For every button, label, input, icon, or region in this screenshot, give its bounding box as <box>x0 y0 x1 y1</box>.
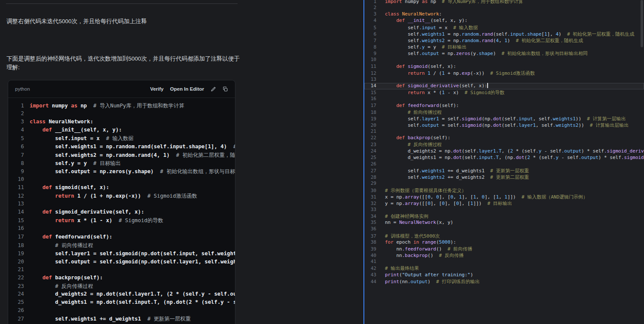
code-line-5[interactable]: 5 self.input = x # 输入数据 <box>364 24 644 31</box>
code-line-21[interactable]: 21 <box>364 128 644 135</box>
code-line-20[interactable]: 20 self.output = self.sigmoid(np.dot(sel… <box>364 122 644 128</box>
code-line-28[interactable]: 28 self.weights2 += d_weights2 # 更新第二层权重 <box>364 174 644 180</box>
code-line-19[interactable]: 19 self.layer1 = self.sigmoid(np.dot(sel… <box>364 116 644 122</box>
code-line-8: 8 self.y = y # 目标输出 <box>12 160 235 168</box>
line-content: # 训练模型，迭代5000次 <box>376 233 440 239</box>
code-line-12[interactable]: 12 return 1 / (1 + np.exp(-x)) # Sigmoid… <box>364 70 644 76</box>
line-number: 27 <box>12 316 24 322</box>
code-line-32[interactable]: 32y = np.array([[0], [0], [0], [1]]) # 目… <box>364 200 644 207</box>
code-line-11[interactable]: 11 def sigmoid(self, x): <box>364 64 644 70</box>
line-number: 5 <box>364 25 376 31</box>
code-line-31[interactable]: 31x = np.array([[0, 0], [0, 1], [1, 0], … <box>364 194 644 200</box>
code-line-26[interactable]: 26 <box>364 161 644 168</box>
code-line-39[interactable]: 39 nn.feedforward() # 前向传播 <box>364 246 644 252</box>
copy-icon[interactable] <box>223 86 228 92</box>
code-line-15[interactable]: 15 return x * (1 - x) # Sigmoid的导数 <box>364 89 644 96</box>
code-line-22[interactable]: 22 def backprop(self): <box>364 135 644 141</box>
line-number: 31 <box>364 194 376 200</box>
code-line-6[interactable]: 6 self.weights1 = np.random.rand(self.in… <box>364 31 644 37</box>
line-number: 11 <box>12 184 24 190</box>
code-line-3[interactable]: 3class NeuralNetwork: <box>364 11 644 18</box>
open-in-editor-button[interactable]: Open In Editor <box>170 86 204 92</box>
line-number: 23 <box>364 142 376 147</box>
code-line-8[interactable]: 8 self.y = y # 目标输出 <box>364 44 644 50</box>
line-number: 19 <box>12 251 24 257</box>
line-number: 4 <box>12 127 24 133</box>
line-content: print(nn.output) # 打印训练后的输出 <box>376 279 479 284</box>
line-content: self.input = x # 输入数据 <box>376 25 478 31</box>
editor-code-lines[interactable]: 1import numpy as np # 导入NumPy库，用于数组和数学计算… <box>364 0 644 285</box>
line-content: def sigmoid_derivative(self, x): <box>24 209 144 215</box>
code-editor[interactable]: 1import numpy as np # 导入NumPy库，用于数组和数学计算… <box>364 0 644 324</box>
line-number: 24 <box>364 148 376 154</box>
code-line-1: 1import numpy as np # 导入NumPy库，用于数组和数学计算 <box>12 102 235 110</box>
line-number: 29 <box>364 180 376 186</box>
line-content: self.layer1 = self.sigmoid(np.dot(self.i… <box>24 251 235 257</box>
verify-button[interactable]: Verify <box>150 86 163 92</box>
line-number: 8 <box>12 160 24 166</box>
code-line-1[interactable]: 1import numpy as np # 导入NumPy库，用于数组和数学计算 <box>364 0 644 5</box>
code-line-35[interactable]: 35nn = NeuralNetwork(x, y) <box>364 220 644 226</box>
code-line-24: 24 d_weights2 = np.dot(self.layer1.T, (2… <box>12 291 235 299</box>
code-line-10[interactable]: 10 <box>364 57 644 63</box>
line-number: 15 <box>364 90 376 95</box>
code-line-43[interactable]: 43print("Output after training:") <box>364 272 644 278</box>
code-line-4: 4 def __init__(self, x, y): <box>12 127 235 135</box>
line-number: 2 <box>12 110 24 116</box>
code-line-37[interactable]: 37# 训练模型，迭代5000次 <box>364 233 644 239</box>
code-line-42[interactable]: 42# 输出最终结果 <box>364 265 644 272</box>
line-content: # 反向传播过程 <box>376 142 442 147</box>
app-root: { "chat": { "user_message": "调整右侧代码未迭代50… <box>0 0 644 324</box>
line-content: self.y = y # 目标输出 <box>376 44 467 50</box>
code-line-21: 21 <box>12 266 235 275</box>
code-line-36[interactable]: 36 <box>364 226 644 232</box>
code-line-17[interactable]: 17 def feedforward(self): <box>364 103 644 109</box>
code-line-38[interactable]: 38for epoch in range(5000): <box>364 239 644 246</box>
line-content: def sigmoid(self, x): <box>24 184 109 190</box>
code-line-18[interactable]: 18 # 前向传播过程 <box>364 109 644 116</box>
code-line-33[interactable]: 33 <box>364 207 644 213</box>
code-line-41[interactable]: 41 <box>364 259 644 265</box>
code-line-16[interactable]: 16 <box>364 96 644 102</box>
code-line-27[interactable]: 27 self.weights1 += d_weights1 # 更新第一层权重 <box>364 168 644 174</box>
line-content <box>376 226 385 232</box>
code-line-17: 17 def feedforward(self): <box>12 234 235 242</box>
code-line-40[interactable]: 40 nn.backprop() # 反向传播 <box>364 252 644 259</box>
line-content: d_weights2 = np.dot(self.layer1.T, (2 * … <box>24 291 235 297</box>
code-line-4[interactable]: 4 def __init__(self, x, y): <box>364 18 644 24</box>
code-line-23[interactable]: 23 # 反向传播过程 <box>364 141 644 148</box>
line-content: def __init__(self, x, y): <box>24 127 122 133</box>
line-number: 13 <box>12 201 24 207</box>
scrollbar-thumb[interactable] <box>641 0 643 47</box>
line-number: 41 <box>364 259 376 264</box>
line-number: 2 <box>364 5 376 10</box>
line-number: 6 <box>364 31 376 37</box>
code-line-29[interactable]: 29 <box>364 180 644 187</box>
code-line-24[interactable]: 24 d_weights2 = np.dot(self.layer1.T, (2… <box>364 148 644 155</box>
code-line-23: 23 # 反向传播过程 <box>12 283 235 291</box>
line-number: 17 <box>364 103 376 108</box>
code-line-7[interactable]: 7 self.weights2 = np.random.rand(4, 1) #… <box>364 37 644 44</box>
code-line-2[interactable]: 2 <box>364 5 644 11</box>
line-content: self.output = self.sigmoid(np.dot(self.l… <box>376 122 629 128</box>
editor-scrollbar[interactable] <box>640 0 644 324</box>
code-line-9[interactable]: 9 self.output = np.zeros(y.shape) # 初始化输… <box>364 50 644 57</box>
edit-pencil-icon[interactable] <box>211 86 216 92</box>
line-content <box>376 5 385 10</box>
code-line-34[interactable]: 34# 创建神经网络实例 <box>364 213 644 220</box>
code-line-14[interactable]: 14 def sigmoid_derivative(self, x): <box>364 83 644 89</box>
line-content <box>376 96 385 101</box>
code-line-30[interactable]: 30# 示例数据（需要根据具体任务定义） <box>364 187 644 194</box>
line-content: self.y = y # 目标输出 <box>24 160 121 166</box>
code-line-13[interactable]: 13 <box>364 76 644 83</box>
line-number: 26 <box>364 161 376 167</box>
code-line-20: 20 self.output = self.sigmoid(np.dot(sel… <box>12 258 235 266</box>
line-content <box>376 180 385 186</box>
line-number: 40 <box>364 253 376 258</box>
line-content: self.weights2 = np.random.rand(4, 1) # 初… <box>24 152 235 158</box>
line-number: 18 <box>364 110 376 115</box>
code-line-44[interactable]: 44print(nn.output) # 打印训练后的输出 <box>364 278 644 285</box>
line-number: 1 <box>364 0 376 4</box>
code-line-25[interactable]: 25 d_weights1 = np.dot(self.input.T, (np… <box>364 155 644 161</box>
line-number: 22 <box>364 135 376 141</box>
